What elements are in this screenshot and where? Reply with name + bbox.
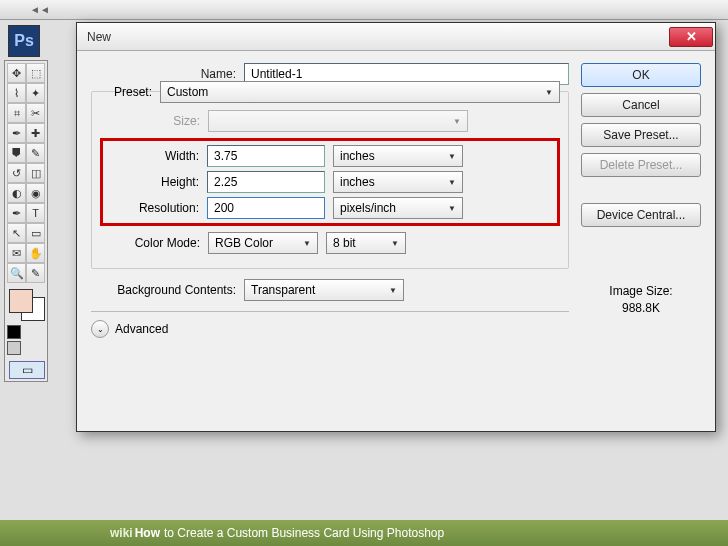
colordepth-dropdown[interactable]: 8 bit ▼ — [326, 232, 406, 254]
name-label: Name: — [91, 67, 236, 81]
wand-tool[interactable]: ✦ — [26, 83, 45, 103]
width-label: Width: — [107, 149, 199, 163]
nav-arrows-icon: ◄◄ — [30, 4, 50, 15]
dialog-side-panel: OK Cancel Save Preset... Delete Preset..… — [581, 63, 701, 338]
photoshop-logo: Ps — [8, 25, 40, 57]
brush-tool[interactable]: ✎ — [26, 143, 45, 163]
caption-bar: wikiHow to Create a Custom Business Card… — [0, 520, 728, 546]
resolution-label: Resolution: — [107, 201, 199, 215]
hand-tool[interactable]: ✋ — [26, 243, 45, 263]
delete-preset-button: Delete Preset... — [581, 153, 701, 177]
advanced-toggle[interactable]: ⌄ — [91, 320, 109, 338]
image-size-info: Image Size: 988.8K — [581, 283, 701, 317]
caption-wiki: wiki — [110, 526, 133, 540]
resolution-unit-dropdown[interactable]: pixels/inch ▼ — [333, 197, 463, 219]
preset-value: Custom — [167, 85, 208, 99]
path-tool[interactable]: ↖ — [7, 223, 26, 243]
eraser-tool[interactable]: ◫ — [26, 163, 45, 183]
size-dropdown: ▼ — [208, 110, 468, 132]
chevron-down-icon: ▼ — [448, 204, 456, 213]
preset-group: Preset: Custom ▼ Size: ▼ — [91, 91, 569, 269]
slice-tool[interactable]: ✂ — [26, 103, 45, 123]
divider — [91, 311, 569, 312]
notes-tool[interactable]: ✉ — [7, 243, 26, 263]
history-tool[interactable]: ↺ — [7, 163, 26, 183]
eyedropper-tool[interactable]: ✒ — [7, 123, 26, 143]
dimensions-highlight: Width: inches ▼ Height: inches — [100, 138, 560, 226]
chevron-down-icon: ▼ — [448, 152, 456, 161]
blur-tool[interactable]: ◉ — [26, 183, 45, 203]
height-input[interactable] — [207, 171, 325, 193]
sampler-tool[interactable]: ✎ — [26, 263, 45, 283]
image-size-value: 988.8K — [581, 300, 701, 317]
marquee-tool[interactable]: ⬚ — [26, 63, 45, 83]
bgcontents-dropdown[interactable]: Transparent ▼ — [244, 279, 404, 301]
zoom-tool[interactable]: 🔍 — [7, 263, 26, 283]
preset-dropdown[interactable]: Custom ▼ — [160, 81, 560, 103]
shape-tool[interactable]: ▭ — [26, 223, 45, 243]
close-button[interactable]: ✕ — [669, 27, 713, 47]
quickmask-icon[interactable]: ▭ — [9, 361, 45, 379]
height-label: Height: — [107, 175, 199, 189]
healing-tool[interactable]: ✚ — [26, 123, 45, 143]
move-tool[interactable]: ✥ — [7, 63, 26, 83]
resolution-input[interactable] — [207, 197, 325, 219]
colormode-label: Color Mode: — [100, 236, 200, 250]
advanced-label: Advanced — [115, 322, 168, 336]
mini-swatch-gray[interactable] — [7, 341, 21, 355]
colormode-dropdown[interactable]: RGB Color ▼ — [208, 232, 318, 254]
save-preset-button[interactable]: Save Preset... — [581, 123, 701, 147]
bgcontents-value: Transparent — [251, 283, 315, 297]
app-window: ◄◄ Ps ✥⬚ ⌇✦ ⌗✂ ✒✚ ⛊✎ ↺◫ ◐◉ ✒T ↖▭ ✉✋ 🔍✎ ▭… — [0, 0, 728, 546]
width-input[interactable] — [207, 145, 325, 167]
height-unit-dropdown[interactable]: inches ▼ — [333, 171, 463, 193]
color-swatches[interactable] — [7, 287, 45, 323]
size-label: Size: — [100, 114, 200, 128]
caption-text: to Create a Custom Business Card Using P… — [164, 526, 444, 540]
chevron-down-icon: ▼ — [391, 239, 399, 248]
crop-tool[interactable]: ⌗ — [7, 103, 26, 123]
width-unit-value: inches — [340, 149, 375, 163]
dialog-main-panel: Name: Preset: Custom ▼ Size: — [91, 63, 569, 338]
chevron-down-icon: ▼ — [448, 178, 456, 187]
bgcontents-label: Background Contents: — [91, 283, 236, 297]
type-tool[interactable]: T — [26, 203, 45, 223]
preset-label: Preset: — [100, 85, 152, 99]
resolution-unit-value: pixels/inch — [340, 201, 396, 215]
caption-how: How — [135, 526, 160, 540]
chevron-down-icon: ▼ — [303, 239, 311, 248]
chevron-down-icon: ▼ — [389, 286, 397, 295]
device-central-button[interactable]: Device Central... — [581, 203, 701, 227]
pen-tool[interactable]: ✒ — [7, 203, 26, 223]
toolbox: ✥⬚ ⌇✦ ⌗✂ ✒✚ ⛊✎ ↺◫ ◐◉ ✒T ↖▭ ✉✋ 🔍✎ ▭ — [4, 60, 48, 382]
foreground-color[interactable] — [9, 289, 33, 313]
cancel-button[interactable]: Cancel — [581, 93, 701, 117]
height-unit-value: inches — [340, 175, 375, 189]
width-unit-dropdown[interactable]: inches ▼ — [333, 145, 463, 167]
chevron-down-icon: ▼ — [545, 88, 553, 97]
dialog-titlebar: New ✕ — [77, 23, 715, 51]
stamp-tool[interactable]: ⛊ — [7, 143, 26, 163]
new-document-dialog: New ✕ Name: Preset: Custom ▼ — [76, 22, 716, 432]
chevron-down-icon: ▼ — [453, 117, 461, 126]
image-size-label: Image Size: — [581, 283, 701, 300]
colormode-value: RGB Color — [215, 236, 273, 250]
lasso-tool[interactable]: ⌇ — [7, 83, 26, 103]
ok-button[interactable]: OK — [581, 63, 701, 87]
dialog-title: New — [87, 30, 669, 44]
colordepth-value: 8 bit — [333, 236, 356, 250]
menu-bar: ◄◄ — [0, 0, 728, 20]
mini-swatch-black[interactable] — [7, 325, 21, 339]
gradient-tool[interactable]: ◐ — [7, 183, 26, 203]
